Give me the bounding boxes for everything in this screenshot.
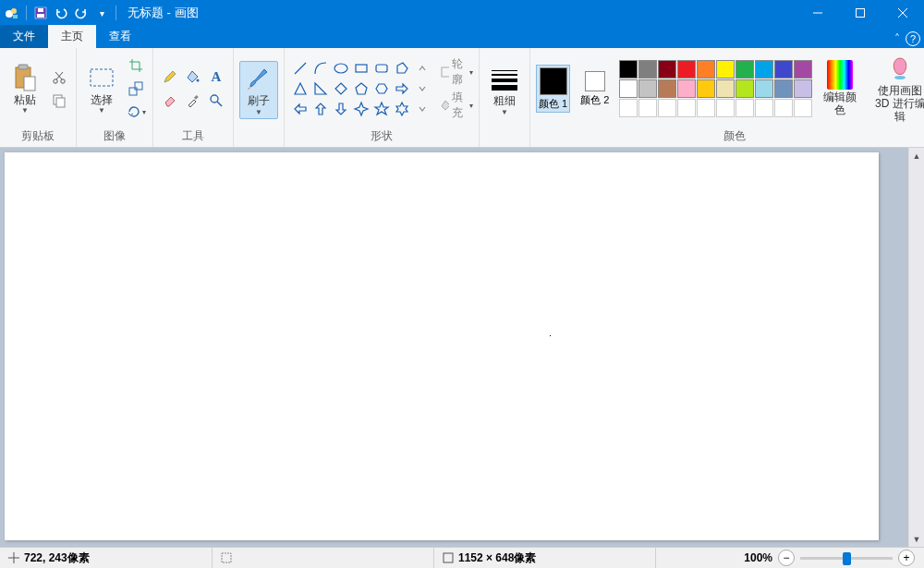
shape-scroll-down[interactable] (412, 79, 432, 99)
size-button[interactable]: 粗细 ▼ (485, 61, 524, 119)
palette-swatch[interactable] (755, 99, 773, 117)
shape-rect[interactable] (351, 58, 371, 79)
palette-swatch[interactable] (736, 79, 754, 98)
tab-view[interactable]: 查看 (96, 25, 144, 48)
shape-right-triangle[interactable] (310, 79, 331, 99)
palette-swatch[interactable] (697, 60, 715, 79)
fill-tool[interactable] (182, 66, 204, 88)
help-icon[interactable]: ? (906, 31, 920, 46)
tab-home[interactable]: 主页 (48, 25, 96, 48)
svg-point-24 (211, 95, 218, 103)
shape-star4[interactable] (351, 99, 371, 119)
zoom-slider-thumb[interactable] (843, 552, 851, 565)
qat-save-icon[interactable] (32, 5, 49, 21)
pencil-tool[interactable] (159, 66, 181, 88)
shape-hexagon[interactable] (371, 79, 392, 99)
palette-swatch[interactable] (638, 99, 657, 117)
palette-swatch[interactable] (697, 99, 715, 117)
magnifier-tool[interactable] (205, 90, 227, 112)
cursor-position-icon (7, 551, 20, 564)
palette-swatch[interactable] (794, 60, 812, 79)
svg-rect-5 (38, 8, 43, 12)
shape-fill-button[interactable]: 填充▾ (440, 90, 473, 121)
group-label-tools: 工具 (159, 127, 227, 145)
color1-button[interactable]: 颜色 1 (536, 65, 570, 113)
palette-swatch[interactable] (638, 79, 657, 98)
palette-swatch[interactable] (619, 79, 638, 98)
shape-line[interactable] (290, 58, 310, 79)
shape-oval[interactable] (331, 58, 351, 79)
shape-more[interactable] (412, 99, 432, 119)
shape-arrow-left[interactable] (290, 99, 310, 119)
palette-swatch[interactable] (716, 79, 735, 98)
shape-arrow-up[interactable] (310, 99, 331, 119)
chevron-down-icon: ▼ (98, 106, 105, 115)
zoom-slider[interactable] (800, 557, 893, 560)
palette-swatch[interactable] (774, 60, 793, 79)
qat-undo-icon[interactable] (53, 5, 69, 21)
shape-arrow-right[interactable] (392, 79, 412, 99)
shape-star5[interactable] (371, 99, 392, 119)
palette-swatch[interactable] (755, 60, 773, 79)
shape-pentagon[interactable] (351, 79, 371, 99)
text-tool[interactable]: A (205, 66, 227, 88)
resize-button[interactable] (125, 78, 147, 100)
palette-swatch[interactable] (658, 79, 676, 98)
qat-redo-icon[interactable] (73, 5, 90, 21)
palette-swatch[interactable] (638, 60, 657, 79)
palette-swatch[interactable] (677, 99, 696, 117)
palette-swatch[interactable] (619, 60, 638, 79)
palette-swatch[interactable] (794, 79, 812, 98)
palette-swatch[interactable] (677, 60, 696, 79)
close-button[interactable] (881, 0, 924, 26)
palette-swatch[interactable] (736, 60, 754, 79)
palette-swatch[interactable] (774, 79, 793, 98)
shape-roundrect[interactable] (371, 58, 392, 79)
palette-swatch[interactable] (658, 60, 676, 79)
palette-swatch[interactable] (794, 99, 812, 117)
palette-swatch[interactable] (716, 99, 735, 117)
vertical-scrollbar[interactable]: ▲ ▼ (908, 148, 924, 547)
shape-triangle[interactable] (290, 79, 310, 99)
shape-scroll-up[interactable] (412, 58, 432, 79)
canvas[interactable] (5, 152, 879, 540)
paste-button[interactable]: 粘贴 ▼ (6, 60, 44, 118)
maximize-button[interactable] (839, 0, 881, 26)
scroll-up-icon[interactable]: ▲ (909, 148, 924, 163)
svg-rect-11 (18, 65, 28, 69)
palette-swatch[interactable] (716, 60, 735, 79)
cut-button[interactable] (48, 66, 70, 89)
palette-swatch[interactable] (736, 99, 754, 117)
scroll-down-icon[interactable]: ▼ (909, 531, 924, 547)
qat-customize-icon[interactable]: ▾ (93, 5, 110, 21)
palette-swatch[interactable] (697, 79, 715, 98)
chevron-down-icon: ▼ (501, 108, 508, 116)
crop-button[interactable] (125, 54, 147, 77)
tab-file[interactable]: 文件 (0, 25, 48, 48)
palette-swatch[interactable] (677, 79, 696, 98)
zoom-out-button[interactable]: − (778, 550, 795, 566)
copy-button[interactable] (48, 90, 70, 112)
shape-arrow-down[interactable] (331, 99, 351, 119)
palette-swatch[interactable] (755, 79, 773, 98)
rotate-button[interactable]: ▾ (125, 101, 147, 123)
shape-star6[interactable] (392, 99, 412, 119)
palette-swatch[interactable] (774, 99, 793, 117)
brushes-button[interactable]: 刷子 ▼ (239, 61, 278, 119)
shape-gallery[interactable] (290, 58, 432, 119)
shape-polygon[interactable] (392, 58, 412, 79)
minimize-button[interactable] (796, 0, 839, 26)
palette-swatch[interactable] (658, 99, 676, 117)
collapse-ribbon-icon[interactable]: ˄ (894, 32, 900, 45)
edit-3d-button[interactable]: 使用画图 3D 进行编辑 (868, 51, 924, 126)
zoom-in-button[interactable]: + (898, 550, 915, 566)
shape-outline-button[interactable]: 轮廓▾ (440, 56, 473, 88)
color-picker-tool[interactable] (182, 90, 204, 112)
select-button[interactable]: 选择 ▼ (82, 60, 121, 118)
color2-button[interactable]: 颜色 2 (578, 68, 612, 109)
shape-diamond[interactable] (331, 79, 351, 99)
eraser-tool[interactable] (159, 90, 181, 112)
palette-swatch[interactable] (619, 99, 638, 117)
edit-colors-button[interactable]: 编辑颜色 (820, 57, 860, 120)
shape-curve[interactable] (310, 58, 331, 79)
